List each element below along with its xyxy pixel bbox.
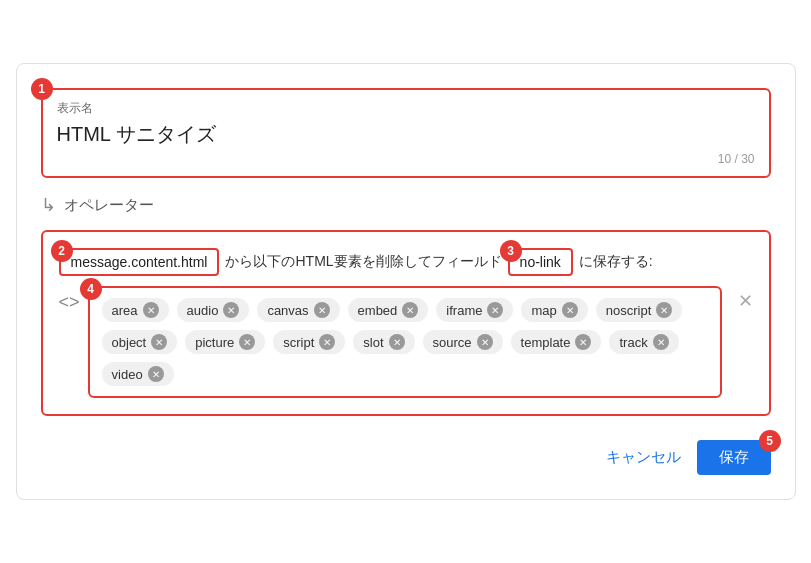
list-item: area✕: [102, 298, 169, 322]
badge-2: 2: [51, 240, 73, 262]
close-icon[interactable]: ✕: [738, 290, 753, 312]
operator-section: ↳ オペレーター: [41, 194, 771, 216]
tag-remove-icon[interactable]: ✕: [314, 302, 330, 318]
tag-remove-icon[interactable]: ✕: [656, 302, 672, 318]
tag-label: template: [521, 335, 571, 350]
list-item: canvas✕: [257, 298, 339, 322]
tags-grid: area✕audio✕canvas✕embed✕iframe✕map✕noscr…: [102, 298, 708, 386]
list-item: embed✕: [348, 298, 429, 322]
tag-label: picture: [195, 335, 234, 350]
code-icon: <>: [59, 292, 80, 313]
list-item: picture✕: [185, 330, 265, 354]
tag-label: slot: [363, 335, 383, 350]
tags-row: <> 4 area✕audio✕canvas✕embed✕iframe✕map✕…: [59, 286, 753, 398]
tag-label: noscript: [606, 303, 652, 318]
field-ref-text: message.content.html: [71, 254, 208, 270]
list-item: track✕: [609, 330, 678, 354]
tag-label: track: [619, 335, 647, 350]
tag-label: map: [531, 303, 556, 318]
field-ref: 2 message.content.html: [59, 248, 220, 276]
list-item: template✕: [511, 330, 602, 354]
tag-label: source: [433, 335, 472, 350]
tag-remove-icon[interactable]: ✕: [239, 334, 255, 350]
config-text1: から以下のHTML要素を削除してフィールド: [225, 253, 501, 271]
config-box: 2 message.content.html から以下のHTML要素を削除してフ…: [41, 230, 771, 416]
tag-remove-icon[interactable]: ✕: [143, 302, 159, 318]
tag-label: script: [283, 335, 314, 350]
tag-remove-icon[interactable]: ✕: [148, 366, 164, 382]
operator-icon: ↳: [41, 194, 56, 216]
tag-remove-icon[interactable]: ✕: [319, 334, 335, 350]
list-item: object✕: [102, 330, 178, 354]
tag-remove-icon[interactable]: ✕: [487, 302, 503, 318]
tag-label: iframe: [446, 303, 482, 318]
badge-1: 1: [31, 78, 53, 100]
modal-container: 1 表示名 HTML サニタイズ 10 / 30 ↳ オペレーター 2 mess…: [16, 63, 796, 500]
tag-remove-icon[interactable]: ✕: [477, 334, 493, 350]
save-field-ref: 3 no-link: [508, 248, 573, 276]
cancel-button[interactable]: キャンセル: [606, 448, 681, 467]
tag-remove-icon[interactable]: ✕: [389, 334, 405, 350]
tag-remove-icon[interactable]: ✕: [653, 334, 669, 350]
config-row1: 2 message.content.html から以下のHTML要素を削除してフ…: [59, 248, 753, 276]
display-name-label: 表示名: [57, 100, 755, 117]
list-item: noscript✕: [596, 298, 683, 322]
tag-remove-icon[interactable]: ✕: [151, 334, 167, 350]
tag-remove-icon[interactable]: ✕: [575, 334, 591, 350]
tag-label: embed: [358, 303, 398, 318]
tag-label: audio: [187, 303, 219, 318]
list-item: video✕: [102, 362, 174, 386]
buttons-row: キャンセル 5 保存: [41, 440, 771, 475]
list-item: slot✕: [353, 330, 414, 354]
tags-container: 4 area✕audio✕canvas✕embed✕iframe✕map✕nos…: [88, 286, 722, 398]
display-name-value: HTML サニタイズ: [57, 121, 755, 148]
badge-5: 5: [759, 430, 781, 452]
char-count: 10 / 30: [57, 152, 755, 166]
config-text2: に保存する:: [579, 253, 653, 271]
tag-remove-icon[interactable]: ✕: [562, 302, 578, 318]
save-field-text: no-link: [520, 254, 561, 270]
save-btn-wrapper: 5 保存: [697, 440, 771, 475]
list-item: iframe✕: [436, 298, 513, 322]
tag-remove-icon[interactable]: ✕: [223, 302, 239, 318]
tag-label: area: [112, 303, 138, 318]
display-name-section: 1 表示名 HTML サニタイズ 10 / 30: [41, 88, 771, 178]
tag-label: video: [112, 367, 143, 382]
operator-label: オペレーター: [64, 196, 154, 215]
badge-4: 4: [80, 278, 102, 300]
tag-remove-icon[interactable]: ✕: [402, 302, 418, 318]
list-item: audio✕: [177, 298, 250, 322]
tag-label: canvas: [267, 303, 308, 318]
badge-3: 3: [500, 240, 522, 262]
list-item: source✕: [423, 330, 503, 354]
tag-label: object: [112, 335, 147, 350]
list-item: map✕: [521, 298, 587, 322]
list-item: script✕: [273, 330, 345, 354]
